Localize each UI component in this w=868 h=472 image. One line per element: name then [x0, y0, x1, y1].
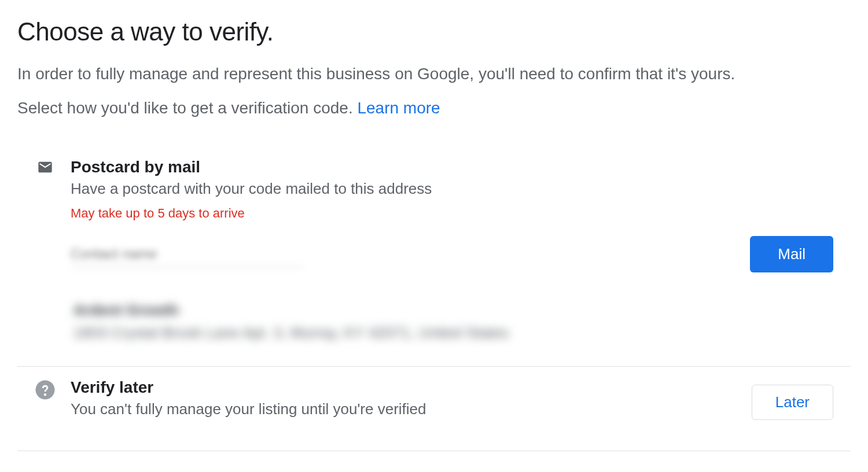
- later-title: Verify later: [71, 378, 752, 397]
- mail-icon: [35, 159, 56, 180]
- address-line: 1803 Crystal Brook Lane Apt. 3, Murray, …: [73, 324, 851, 342]
- address-name: Ardent Growth: [73, 301, 851, 319]
- page-title: Choose a way to verify.: [17, 17, 851, 46]
- postcard-description: Have a postcard with your code mailed to…: [71, 180, 851, 198]
- question-icon: [35, 379, 56, 400]
- postcard-input-row: Mail: [71, 236, 851, 272]
- later-description: You can't fully manage your listing unti…: [71, 400, 752, 418]
- learn-more-link[interactable]: Learn more: [357, 99, 440, 117]
- verify-later-option: Verify later You can't fully manage your…: [17, 367, 851, 438]
- instruction-text: Select how you'd like to get a verificat…: [17, 99, 851, 117]
- postcard-warning: May take up to 5 days to arrive: [71, 206, 851, 221]
- postcard-content: Postcard by mail Have a postcard with yo…: [71, 158, 851, 342]
- verify-container: Choose a way to verify. In order to full…: [17, 17, 851, 451]
- postcard-option: Postcard by mail Have a postcard with yo…: [17, 146, 851, 353]
- contact-name-input[interactable]: [71, 241, 302, 267]
- divider-bottom: [17, 451, 851, 451]
- address-block: Ardent Growth 1803 Crystal Brook Lane Ap…: [73, 301, 851, 342]
- instruction-label: Select how you'd like to get a verificat…: [17, 99, 357, 117]
- postcard-title: Postcard by mail: [71, 158, 851, 176]
- later-button[interactable]: Later: [752, 385, 833, 420]
- later-content: Verify later You can't fully manage your…: [71, 378, 752, 426]
- mail-button[interactable]: Mail: [750, 236, 833, 272]
- page-subtitle: In order to fully manage and represent t…: [17, 62, 851, 85]
